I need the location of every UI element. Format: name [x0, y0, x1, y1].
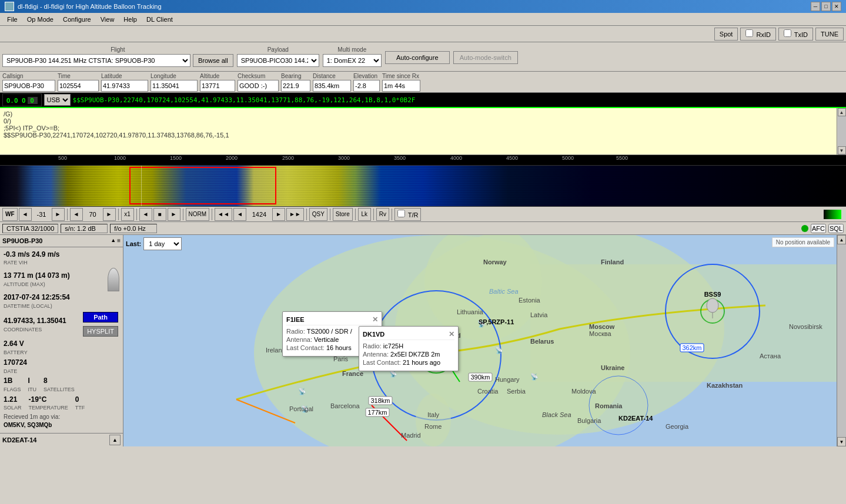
checksum-input[interactable]	[238, 80, 279, 92]
left-callsign: SP9UOB-P30	[2, 237, 42, 244]
rxid-button[interactable]: RxID	[740, 28, 776, 41]
map-area[interactable]: 📡 📡 📡 📡 📡 📡 318km 177km 390km 362km Norw…	[123, 235, 837, 446]
wf-tr-btn[interactable]: T/R	[394, 208, 422, 221]
flags-key: FLAGS	[4, 386, 21, 394]
wf-ffwd-btn[interactable]: ►►	[286, 208, 304, 221]
f1iee-contact-label: Last Contact:	[286, 344, 325, 351]
time-input[interactable]	[58, 80, 99, 92]
wf-back-btn[interactable]: ◄	[233, 208, 246, 221]
browse-all-button[interactable]: Browse all	[193, 54, 233, 67]
separator-3	[136, 209, 137, 220]
payload-group: Payload SP9UOB-PICO30 144.25	[237, 46, 319, 67]
f1iee-close-button[interactable]: ✕	[372, 315, 378, 324]
wf-fwd-btn[interactable]: ►	[272, 208, 285, 221]
signal-text: $$SP9UOB-P30,22740,170724,102554,41.9743…	[73, 96, 844, 104]
flags-value: 1B	[4, 376, 21, 386]
sql-button[interactable]: SQL	[828, 224, 844, 233]
kd2eat-arrow[interactable]: ▲	[109, 435, 121, 445]
map-scroll-up[interactable]: ▲	[837, 235, 846, 244]
spot-button[interactable]: Spot	[714, 28, 738, 41]
separator-9	[373, 209, 374, 220]
wf-gain-plus[interactable]: ►	[52, 208, 65, 221]
minimize-button[interactable]: ─	[811, 2, 820, 11]
wf-zoom-btn[interactable]: x1	[121, 208, 134, 221]
led-display: 0.0 00	[2, 93, 42, 106]
flight-select[interactable]: SP9UOB-P30 144.251 MHz CTSTIA: SP9UOB-P3…	[2, 54, 190, 67]
menu-dlclient[interactable]: DL Client	[142, 15, 178, 24]
dk1vd-close-button[interactable]: ✕	[449, 330, 454, 338]
elevation-input[interactable]	[353, 80, 380, 92]
wf-qsy-btn[interactable]: QSY	[309, 208, 327, 221]
longitude-input[interactable]	[151, 80, 198, 92]
wf-range-value: 70	[84, 211, 102, 218]
wf-gain-minus[interactable]: ◄	[19, 208, 32, 221]
wf-speed-plus[interactable]: ►	[168, 208, 180, 221]
text-scrollbar[interactable]: ▲ ▼	[837, 108, 846, 154]
wf-range-minus[interactable]: ◄	[70, 208, 83, 221]
menu-configure[interactable]: Configure	[58, 15, 96, 24]
time-since-rx-input[interactable]	[382, 80, 420, 92]
received-label: Recieved 1m ago via:	[4, 413, 119, 421]
menu-file[interactable]: File	[2, 15, 22, 24]
menu-view[interactable]: View	[96, 15, 119, 24]
satellites-section: 8 SATELLITES	[44, 376, 75, 393]
altitude-field: Altitude	[200, 73, 235, 92]
wf-pause-btn[interactable]: ■	[153, 208, 166, 221]
datetime-value: 2017-07-24 12:25:54	[4, 293, 119, 303]
svg-text:Black Sea: Black Sea	[542, 411, 571, 418]
maximize-button[interactable]: □	[821, 2, 831, 11]
waterfall[interactable]	[0, 166, 846, 207]
time-field: Time	[58, 73, 99, 92]
distance-input[interactable]	[313, 80, 351, 92]
payload-select[interactable]: SP9UOB-PICO30 144.25	[237, 54, 319, 67]
map-scroll-down[interactable]: ▼	[837, 437, 846, 446]
text-scroll-up[interactable]: ▲	[838, 108, 846, 116]
svg-text:Finland: Finland	[601, 258, 624, 266]
f1iee-antenna-value: Verticale	[314, 336, 339, 343]
wf-rewind-btn[interactable]: ◄◄	[215, 208, 232, 221]
wf-lk-btn[interactable]: Lk	[358, 208, 371, 221]
menu-opmode[interactable]: Op Mode	[22, 15, 58, 24]
text-scroll-down[interactable]: ▼	[838, 146, 846, 154]
hysplit-button[interactable]: HYSPLIT	[83, 326, 118, 337]
menu-help[interactable]: Help	[119, 15, 142, 24]
spectrum-ruler-inner: 500 1000 1500 2000 2500 3000 3500 4000 4…	[2, 155, 844, 166]
altitude-input[interactable]	[200, 80, 235, 92]
mode-status: CTSTIA 32/1000	[2, 224, 58, 233]
toolbar: Spot RxID TxID TUNE	[0, 26, 846, 42]
path-button[interactable]: Path	[83, 312, 118, 322]
wf-norm-btn[interactable]: NORM	[186, 208, 210, 221]
left-panel-scroll[interactable]: ≡	[117, 237, 121, 244]
temperature-section: -19°C TEMPERATURE	[29, 395, 68, 412]
afc-button[interactable]: AFC	[811, 224, 826, 233]
wf-rv-btn[interactable]: Rv	[376, 208, 389, 221]
wf-store-btn[interactable]: Store	[333, 208, 353, 221]
latitude-input[interactable]	[101, 80, 148, 92]
dk1vd-popup[interactable]: DK1VD ✕ Radio: ic725H Antenna: 2x5El DK7…	[359, 326, 459, 371]
txid-button[interactable]: TxID	[778, 28, 813, 41]
bearing-input[interactable]	[281, 80, 310, 92]
auto-configure-button[interactable]: Auto-configure	[385, 51, 450, 64]
close-button[interactable]: ✕	[832, 2, 841, 11]
wf-speed-minus[interactable]: ◄	[139, 208, 152, 221]
itu-section: I ITU	[28, 376, 37, 393]
multi-mode-select[interactable]: 1: DomEX 22	[323, 54, 382, 67]
last-select[interactable]: 1 day 3 days 1 week	[143, 237, 182, 250]
right-scrollbar[interactable]: ▲ ▼	[837, 235, 846, 446]
auto-mode-switch-button[interactable]: Auto-mode-switch	[453, 51, 518, 64]
wf-range-plus[interactable]: ►	[103, 208, 116, 221]
kd2eat-callsign: KD2EAT-14	[2, 436, 36, 443]
dk1vd-contact-value: 21 hours ago	[403, 359, 440, 366]
svg-point-15	[707, 298, 718, 313]
svg-text:Lithuania: Lithuania	[457, 308, 484, 315]
svg-text:📡: 📡	[298, 387, 306, 395]
tune-button[interactable]: TUNE	[815, 28, 844, 41]
left-data: -0.3 m/s 24.9 m/s RATE VIH 13 771 m (14 …	[0, 247, 123, 433]
usb-select[interactable]: USB	[44, 94, 71, 106]
battery-value: 2.64 V	[4, 339, 119, 349]
tick-3000: 3000	[338, 155, 350, 161]
text-scroll-track[interactable]	[838, 116, 846, 146]
callsign-input[interactable]	[2, 80, 55, 92]
left-panel-arrow-up[interactable]: ▲	[111, 237, 116, 244]
titlebar-controls[interactable]: ─ □ ✕	[811, 2, 841, 11]
